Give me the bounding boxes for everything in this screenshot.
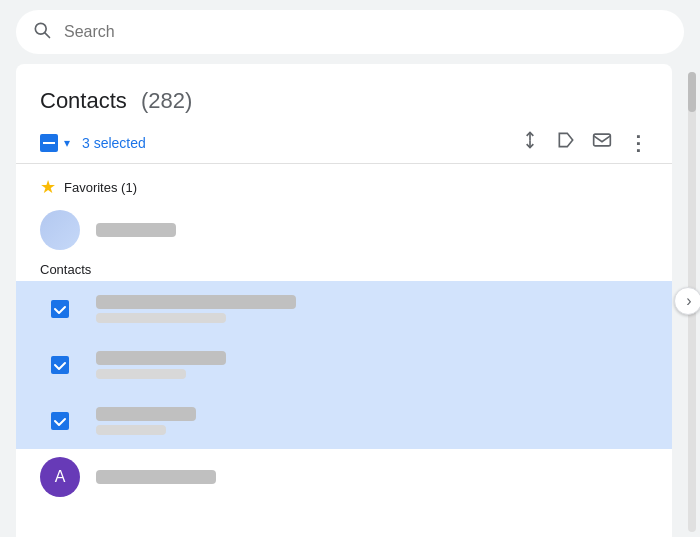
title-text: Contacts xyxy=(40,88,127,113)
checkbox-3[interactable] xyxy=(40,401,80,441)
list-item[interactable] xyxy=(16,393,672,449)
toolbar-left: ▾ 3 selected xyxy=(40,134,146,152)
scrollbar-thumb[interactable] xyxy=(688,72,696,112)
email-button[interactable] xyxy=(592,130,612,155)
search-input[interactable] xyxy=(64,23,668,41)
toolbar: ▾ 3 selected xyxy=(16,122,672,164)
avatar: A xyxy=(40,457,80,497)
chevron-right-icon: › xyxy=(686,292,691,310)
search-bar-inner xyxy=(16,10,684,54)
contact-name xyxy=(96,407,196,421)
contacts-count: (282) xyxy=(141,88,192,113)
contact-detail xyxy=(96,425,166,435)
expand-panel-button[interactable]: › xyxy=(674,287,700,315)
contact-info xyxy=(96,470,648,484)
contact-info xyxy=(96,295,648,323)
svg-rect-3 xyxy=(594,134,611,146)
contact-detail xyxy=(96,313,226,323)
merge-contacts-button[interactable] xyxy=(520,130,540,155)
contacts-section-label: Contacts xyxy=(16,258,672,281)
contact-info xyxy=(96,351,648,379)
selected-count-label: 3 selected xyxy=(82,135,146,151)
svg-line-1 xyxy=(45,32,50,37)
list-item[interactable] xyxy=(16,337,672,393)
contact-detail xyxy=(96,369,186,379)
list-item xyxy=(16,202,672,258)
scrollbar-area: › xyxy=(672,64,700,537)
checkbox-checked[interactable] xyxy=(51,412,69,430)
avatar xyxy=(40,210,80,250)
contact-name xyxy=(96,351,226,365)
checkbox-2[interactable] xyxy=(40,345,80,385)
svg-rect-2 xyxy=(43,142,55,144)
contact-name xyxy=(96,223,176,237)
toolbar-right: ⋮ xyxy=(520,130,648,155)
favorites-label: Favorites (1) xyxy=(64,180,137,195)
content-area: Contacts (282) ▾ 3 selected xyxy=(16,64,672,537)
checkbox-checked[interactable] xyxy=(51,300,69,318)
select-dropdown-button[interactable]: ▾ xyxy=(64,136,70,150)
contact-name xyxy=(96,295,296,309)
contact-info xyxy=(96,223,648,237)
star-icon: ★ xyxy=(40,176,56,198)
label-button[interactable] xyxy=(556,130,576,155)
contacts-header: Contacts (282) xyxy=(16,64,672,122)
list-item[interactable] xyxy=(16,281,672,337)
list-item[interactable]: A xyxy=(16,449,672,505)
contact-name xyxy=(96,470,216,484)
checkbox-1[interactable] xyxy=(40,289,80,329)
more-options-button[interactable]: ⋮ xyxy=(628,131,648,155)
search-bar xyxy=(0,0,700,64)
favorites-section-header: ★ Favorites (1) xyxy=(16,164,672,202)
search-icon xyxy=(32,20,52,45)
checkbox-checked[interactable] xyxy=(51,356,69,374)
main-container: Contacts (282) ▾ 3 selected xyxy=(0,64,700,537)
page-title: Contacts (282) xyxy=(40,88,192,113)
select-all-button[interactable] xyxy=(40,134,58,152)
contact-info xyxy=(96,407,648,435)
